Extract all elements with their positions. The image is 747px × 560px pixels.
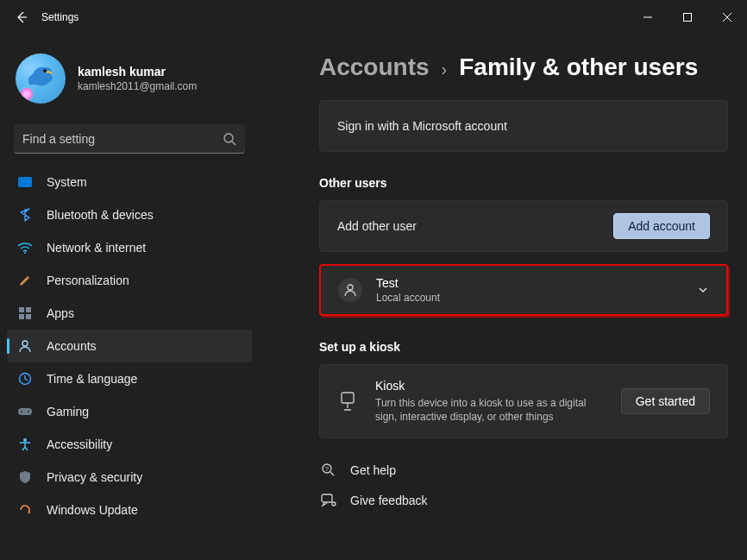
avatar <box>16 53 66 104</box>
svg-rect-5 <box>26 307 31 312</box>
help-icon: ? <box>319 462 338 478</box>
get-help-link[interactable]: ? Get help <box>319 462 728 478</box>
search-box[interactable] <box>14 124 245 154</box>
user-name: Test <box>376 276 440 290</box>
svg-text:?: ? <box>325 466 329 472</box>
svg-point-11 <box>21 411 22 412</box>
sidebar-item-network[interactable]: Network & internet <box>7 231 252 264</box>
user-type: Local account <box>376 292 440 304</box>
sidebar-item-label: Gaming <box>47 405 89 418</box>
sidebar-item-gaming[interactable]: Gaming <box>7 395 252 428</box>
sidebar-item-privacy[interactable]: Privacy & security <box>7 461 252 494</box>
chevron-right-icon: › <box>442 60 448 79</box>
sidebar-item-personalization[interactable]: Personalization <box>7 264 252 297</box>
breadcrumb: Accounts › Family & other users <box>319 53 728 81</box>
svg-point-3 <box>24 252 26 254</box>
privacy-icon <box>17 469 33 485</box>
window-title: Settings <box>41 11 78 23</box>
signin-card[interactable]: Sign in with a Microsoft account <box>319 100 728 152</box>
kiosk-name: Kiosk <box>375 379 604 393</box>
svg-rect-15 <box>342 393 354 403</box>
windows-update-icon <box>17 502 33 518</box>
accessibility-icon <box>17 437 33 452</box>
accounts-icon <box>17 338 33 354</box>
sidebar-item-label: Accessibility <box>47 437 112 451</box>
sidebar-item-label: Personalization <box>47 274 129 287</box>
system-icon <box>17 174 33 190</box>
give-feedback-link[interactable]: Give feedback <box>319 494 728 507</box>
bluetooth-icon <box>17 207 33 223</box>
sidebar-item-label: Network & internet <box>47 241 146 255</box>
content-area: Accounts › Family & other users Sign in … <box>259 35 747 560</box>
svg-point-2 <box>224 134 233 142</box>
svg-rect-18 <box>322 494 332 502</box>
user-icon <box>338 278 362 302</box>
sidebar-item-apps[interactable]: Apps <box>7 297 252 330</box>
kiosk-card: Kiosk Turn this device into a kiosk to u… <box>319 364 728 438</box>
svg-point-8 <box>22 341 28 346</box>
back-button[interactable] <box>5 0 38 35</box>
nav-list: System Bluetooth & devices Network & int… <box>7 166 252 526</box>
maximize-button[interactable] <box>668 0 707 35</box>
section-other-users: Other users <box>319 176 728 190</box>
chevron-down-icon <box>697 284 709 296</box>
kiosk-get-started-button[interactable]: Get started <box>621 388 710 414</box>
section-kiosk: Set up a kiosk <box>319 340 728 354</box>
close-button[interactable] <box>707 0 747 35</box>
sidebar-item-label: Apps <box>47 306 74 320</box>
user-row-test[interactable]: Test Local account <box>319 264 728 316</box>
sidebar-item-windows-update[interactable]: Windows Update <box>7 494 252 526</box>
svg-point-19 <box>332 502 336 506</box>
add-other-user-label: Add other user <box>337 219 613 233</box>
signin-text: Sign in with a Microsoft account <box>337 119 507 133</box>
svg-point-14 <box>348 285 353 290</box>
add-account-button[interactable]: Add account <box>613 213 710 239</box>
search-icon <box>223 132 236 146</box>
footer-links: ? Get help Give feedback <box>319 462 728 507</box>
sidebar-item-label: Windows Update <box>47 503 138 517</box>
sidebar-item-accounts[interactable]: Accounts <box>7 330 252 362</box>
give-feedback-label: Give feedback <box>350 494 428 507</box>
sidebar-item-label: Privacy & security <box>47 470 142 484</box>
kiosk-icon <box>337 392 358 411</box>
breadcrumb-parent[interactable]: Accounts <box>319 53 430 81</box>
sidebar-item-label: System <box>47 175 87 189</box>
svg-point-12 <box>28 411 29 412</box>
sidebar-item-accessibility[interactable]: Accessibility <box>7 428 252 461</box>
add-other-user-row: Add other user Add account <box>319 200 728 252</box>
sidebar-item-system[interactable]: System <box>7 166 252 198</box>
page-title: Family & other users <box>459 53 698 81</box>
minimize-button[interactable] <box>628 0 668 35</box>
svg-point-1 <box>43 69 47 72</box>
sidebar-item-bluetooth[interactable]: Bluetooth & devices <box>7 198 252 231</box>
profile-name: kamlesh kumar <box>78 65 197 79</box>
svg-rect-4 <box>19 307 24 312</box>
sidebar-item-time-language[interactable]: Time & language <box>7 362 252 395</box>
sidebar-item-label: Accounts <box>47 339 97 353</box>
personalization-icon <box>17 273 33 288</box>
sidebar: kamlesh kumar kamlesh2011@gmail.com Syst… <box>0 35 259 560</box>
gaming-icon <box>17 404 33 419</box>
sidebar-item-label: Bluetooth & devices <box>47 208 154 222</box>
svg-rect-7 <box>26 314 31 319</box>
get-help-label: Get help <box>350 463 396 477</box>
svg-rect-6 <box>19 314 24 319</box>
svg-rect-10 <box>18 408 32 415</box>
time-language-icon <box>17 371 33 387</box>
sidebar-item-label: Time & language <box>47 372 137 386</box>
apps-icon <box>17 305 33 321</box>
kiosk-description: Turn this device into a kiosk to use as … <box>375 396 599 424</box>
search-input[interactable] <box>22 132 223 146</box>
profile-email: kamlesh2011@gmail.com <box>78 80 197 92</box>
feedback-icon <box>319 494 338 507</box>
network-icon <box>17 240 33 255</box>
svg-point-13 <box>23 438 27 442</box>
profile-block[interactable]: kamlesh kumar kamlesh2011@gmail.com <box>7 47 252 117</box>
svg-rect-0 <box>684 14 692 22</box>
titlebar: Settings <box>0 0 747 35</box>
